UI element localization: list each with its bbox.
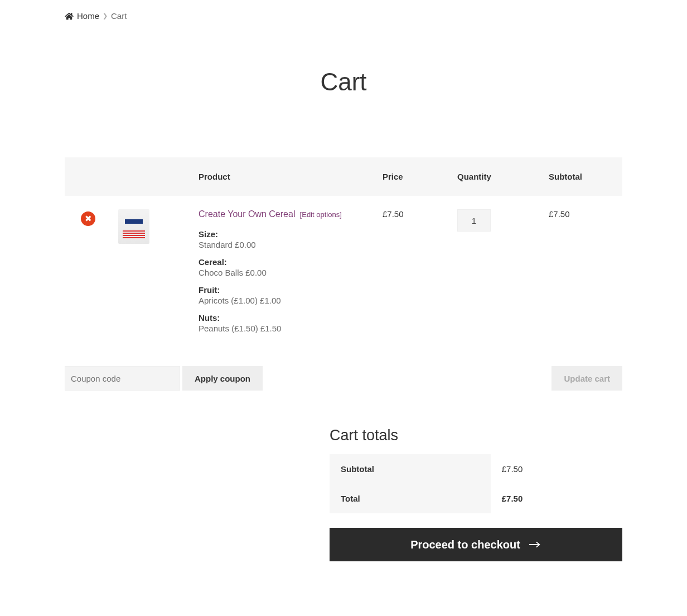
cart-totals-section: Cart totals Subtotal £7.50 Total £7.50 P… [330, 427, 622, 561]
header-quantity: Quantity [451, 157, 542, 196]
update-cart-button[interactable]: Update cart [551, 366, 622, 391]
breadcrumb: Home ❯ Cart [65, 11, 622, 21]
breadcrumb-home-link[interactable]: Home [77, 11, 99, 21]
product-thumbnail-link[interactable] [118, 209, 185, 244]
variation-cereal-label: Cereal: [199, 257, 369, 267]
product-thumbnail [118, 209, 149, 244]
remove-item-button[interactable]: ✖ [81, 211, 95, 226]
close-icon: ✖ [85, 214, 92, 224]
variation-cereal-value: Choco Balls £0.00 [199, 268, 369, 277]
header-subtotal: Subtotal [542, 157, 622, 196]
breadcrumb-current: Cart [111, 11, 127, 21]
variation-fruit-value: Apricots (£1.00) £1.00 [199, 296, 369, 305]
product-name-link[interactable]: Create Your Own Cereal [199, 209, 295, 219]
item-price: £7.50 [376, 196, 451, 355]
home-icon [65, 12, 74, 20]
totals-subtotal-label: Subtotal [330, 454, 491, 484]
coupon-input[interactable] [65, 366, 180, 391]
coupon-section: Apply coupon [65, 366, 263, 391]
variation-nuts-label: Nuts: [199, 313, 369, 323]
apply-coupon-button[interactable]: Apply coupon [182, 366, 263, 391]
breadcrumb-separator-icon: ❯ [103, 12, 108, 20]
product-variations: Size: Standard £0.00 Cereal: Choco Balls… [199, 229, 369, 333]
quantity-input[interactable] [457, 209, 491, 232]
totals-total-label: Total [330, 484, 491, 513]
variation-size-value: Standard £0.00 [199, 240, 369, 249]
variation-nuts-value: Peanuts (£1.50) £1.50 [199, 324, 369, 333]
variation-fruit-label: Fruit: [199, 285, 369, 295]
cart-row: ✖ Create Your Own Cereal [Edit options] … [65, 196, 622, 355]
header-product: Product [192, 157, 376, 196]
cart-table: Product Price Quantity Subtotal ✖ [65, 157, 622, 355]
variation-size-label: Size: [199, 229, 369, 239]
proceed-to-checkout-button[interactable]: Proceed to checkout [330, 528, 622, 561]
edit-options-link[interactable]: [Edit options] [300, 210, 342, 219]
totals-subtotal-value: £7.50 [491, 454, 622, 484]
arrow-right-icon [529, 541, 541, 548]
page-title: Cart [65, 68, 622, 96]
header-price: Price [376, 157, 451, 196]
totals-total-value: £7.50 [491, 484, 622, 513]
checkout-label: Proceed to checkout [410, 538, 520, 551]
item-subtotal: £7.50 [542, 196, 622, 355]
cart-totals-heading: Cart totals [330, 427, 622, 444]
